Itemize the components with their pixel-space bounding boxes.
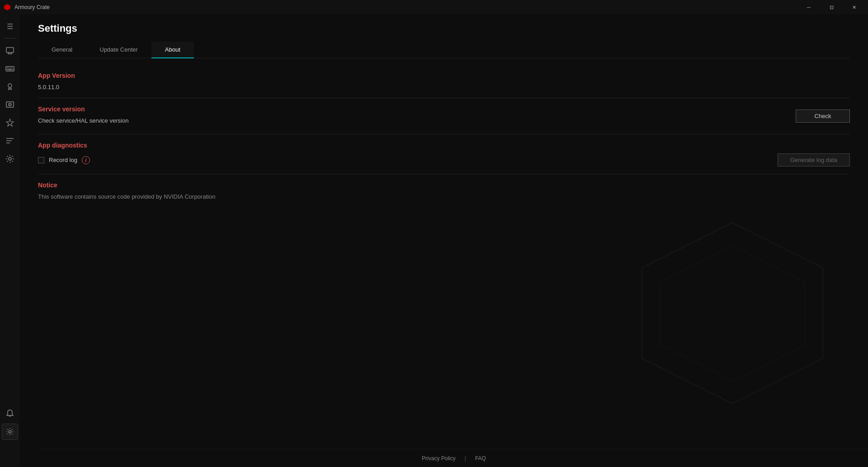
info-icon[interactable]: i <box>82 156 90 164</box>
diagnostics-row: Record log i Generate log data <box>38 153 850 167</box>
sidebar-notification-icon[interactable] <box>2 405 18 422</box>
sidebar: ☰ <box>0 14 20 467</box>
tab-general[interactable]: General <box>38 42 86 58</box>
sidebar-bottom <box>0 405 20 440</box>
app-title: Armoury Crate <box>14 4 50 10</box>
app-version-label: App Version <box>38 72 850 79</box>
sidebar-lighting-icon[interactable] <box>2 78 18 95</box>
app-diagnostics-section: App diagnostics Record log i Generate lo… <box>38 142 850 167</box>
titlebar-controls: ─ ⊡ ✕ <box>798 0 864 14</box>
svg-point-21 <box>9 430 11 433</box>
check-button[interactable]: Check <box>796 110 850 123</box>
record-log-checkbox[interactable] <box>38 157 44 163</box>
service-version-left: Service version Check service/HAL servic… <box>38 105 128 127</box>
sidebar-scenario-icon[interactable] <box>2 133 18 149</box>
titlebar: Armoury Crate ─ ⊡ ✕ <box>0 0 868 14</box>
service-version-label: Service version <box>38 105 128 113</box>
content-area: App Version 5.0.11.0 Service version Che… <box>20 58 868 467</box>
app-logo-icon <box>4 4 11 11</box>
service-version-row: Service version Check service/HAL servic… <box>38 105 850 127</box>
notice-label: Notice <box>38 181 850 189</box>
main-content: Settings General Update Center About App… <box>20 14 868 467</box>
restore-button[interactable]: ⊡ <box>821 0 842 14</box>
svg-rect-9 <box>12 68 13 69</box>
record-log-left: Record log i <box>38 156 90 164</box>
app-version-section: App Version 5.0.11.0 <box>38 72 850 91</box>
svg-point-20 <box>9 157 11 160</box>
sidebar-device-icon[interactable] <box>2 42 18 58</box>
svg-rect-12 <box>12 69 13 70</box>
page-title: Settings <box>38 23 850 34</box>
svg-rect-8 <box>10 68 11 69</box>
svg-rect-5 <box>6 67 14 71</box>
generate-log-button[interactable]: Generate log data <box>778 153 850 167</box>
svg-rect-11 <box>8 69 12 70</box>
record-log-label: Record log <box>49 157 77 163</box>
service-version-desc: Check service/HAL service version <box>38 117 128 124</box>
svg-rect-7 <box>9 68 9 69</box>
footer-separator: | <box>465 455 466 462</box>
svg-point-13 <box>8 84 12 87</box>
titlebar-left: Armoury Crate <box>4 4 50 11</box>
tab-update-center[interactable]: Update Center <box>86 42 151 58</box>
sidebar-settings-button[interactable] <box>2 424 18 440</box>
sidebar-menu-icon[interactable]: ☰ <box>2 18 18 34</box>
service-version-section: Service version Check service/HAL servic… <box>38 105 850 127</box>
sidebar-media-icon[interactable] <box>2 96 18 113</box>
divider-1 <box>38 98 850 98</box>
sidebar-divider-1 <box>4 38 16 38</box>
privacy-policy-link[interactable]: Privacy Policy <box>422 455 456 462</box>
page-header: Settings General Update Center About <box>20 14 868 58</box>
footer: Privacy Policy | FAQ <box>40 449 868 467</box>
app-diagnostics-label: App diagnostics <box>38 142 850 149</box>
divider-2 <box>38 134 850 134</box>
svg-marker-0 <box>4 4 10 10</box>
close-button[interactable]: ✕ <box>844 0 864 14</box>
faq-link[interactable]: FAQ <box>475 455 486 462</box>
minimize-button[interactable]: ─ <box>798 0 819 14</box>
divider-3 <box>38 174 850 174</box>
svg-rect-10 <box>7 69 8 70</box>
sidebar-keyboard-icon[interactable] <box>2 60 18 76</box>
notice-text: This software contains source code provi… <box>38 193 850 200</box>
sidebar-aura-icon[interactable] <box>2 114 18 131</box>
svg-rect-6 <box>7 68 8 69</box>
svg-rect-1 <box>6 48 14 52</box>
sidebar-tools-icon[interactable] <box>2 151 18 167</box>
tab-about[interactable]: About <box>151 42 194 58</box>
notice-section: Notice This software contains source cod… <box>38 181 850 200</box>
app-version-value: 5.0.11.0 <box>38 84 850 91</box>
svg-point-16 <box>9 104 10 105</box>
tabs-container: General Update Center About <box>38 42 850 58</box>
